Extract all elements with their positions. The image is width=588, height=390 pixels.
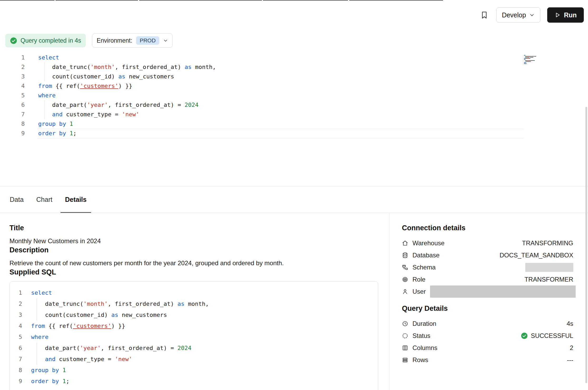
code-line: 1select xyxy=(10,287,378,298)
row-value: --- xyxy=(567,356,573,364)
vertical-scrollbar[interactable] xyxy=(585,107,587,383)
user-icon xyxy=(402,288,408,295)
row-label: Role xyxy=(412,276,425,283)
description-heading: Description xyxy=(9,246,389,254)
row-value: TRANSFORMER xyxy=(525,276,573,283)
code-line: 7 and customer_type = 'new' xyxy=(0,110,588,119)
code-line: 8group by 1 xyxy=(0,119,588,129)
code-text: order by 1; xyxy=(22,376,69,387)
indent-guide xyxy=(37,298,37,321)
line-number: 6 xyxy=(0,100,25,110)
supplied-sql-heading: Supplied SQL xyxy=(9,268,389,277)
environment-value-badge: PROD xyxy=(136,36,160,45)
row-value: TRANSFORMING xyxy=(522,239,573,247)
code-line: 6 date_part('year', first_ordered_at) = … xyxy=(0,100,588,110)
line-number: 6 xyxy=(10,343,22,354)
code-line: 4from {{ ref('customers') }} xyxy=(0,81,588,91)
indent-guide xyxy=(44,100,44,119)
connection-rows: WarehouseTRANSFORMINGDatabaseDOCS_TEAM_S… xyxy=(402,237,573,298)
sql-editor[interactable]: 1select2 date_trunc('month', first_order… xyxy=(0,53,588,186)
environment-selector[interactable]: Environment: PROD xyxy=(92,33,173,48)
editor-code: 1select2 date_trunc('month', first_order… xyxy=(0,53,588,138)
query-details-heading: Query Details xyxy=(402,304,573,313)
detail-row-status: StatusSUCCESSFUL xyxy=(402,330,573,342)
indent-guide xyxy=(44,62,44,81)
code-text: date_part('year', first_ordered_at) = 20… xyxy=(22,343,191,354)
line-number: 5 xyxy=(0,91,25,100)
tab-details[interactable]: Details xyxy=(61,186,91,213)
redacted-value xyxy=(525,263,573,272)
detail-row-database: DatabaseDOCS_TEAM_SANDBOX xyxy=(402,249,573,261)
check-circle-icon xyxy=(10,37,17,44)
row-label: User xyxy=(412,288,426,295)
description-value: Retrieve the count of new customers per … xyxy=(9,259,389,268)
line-number: 3 xyxy=(0,72,25,81)
detail-row-schema: Schema xyxy=(402,261,573,273)
bookmark-button[interactable] xyxy=(479,10,490,20)
line-number: 7 xyxy=(0,110,25,119)
chevron-down-icon xyxy=(529,12,535,18)
code-line: 7 and customer_type = 'new' xyxy=(10,354,378,365)
detail-row-warehouse: WarehouseTRANSFORMING xyxy=(402,237,573,249)
row-label: Rows xyxy=(412,356,428,364)
duration-icon xyxy=(402,321,408,327)
code-text: from {{ ref('customers') }} xyxy=(25,81,132,91)
run-button[interactable]: Run xyxy=(547,7,584,23)
code-text: count(customer_id) as new_customers xyxy=(22,309,167,321)
details-right-panel: Connection details WarehouseTRANSFORMING… xyxy=(389,213,588,390)
tab-chart[interactable]: Chart xyxy=(32,186,57,213)
row-value: 4s xyxy=(567,320,573,327)
database-icon xyxy=(402,252,408,258)
row-value: DOCS_TEAM_SANDBOX xyxy=(500,252,573,259)
details-left-column: Title Monthly New Customers in 2024 Desc… xyxy=(0,213,389,390)
code-line: 4from {{ ref('customers') }} xyxy=(10,321,378,332)
code-line: 2 date_trunc('month', first_ordered_at) … xyxy=(10,298,378,309)
tab-data[interactable]: Data xyxy=(5,186,28,213)
details-content: Title Monthly New Customers in 2024 Desc… xyxy=(0,213,588,390)
code-line: 9order by 1; xyxy=(0,129,588,138)
row-label: Warehouse xyxy=(412,239,445,247)
run-button-label: Run xyxy=(564,11,577,19)
check-circle-icon xyxy=(521,332,528,339)
query-detail-rows: Duration4sStatusSUCCESSFULColumns2Rows--… xyxy=(402,318,573,366)
code-line: 5where xyxy=(0,91,588,100)
toolbar: Develop Run xyxy=(0,0,588,29)
editor-minimap[interactable] xyxy=(524,55,551,64)
code-line: 3 count(customer_id) as new_customers xyxy=(10,309,378,321)
code-text: select xyxy=(22,287,52,298)
code-line: 6 date_part('year', first_ordered_at) = … xyxy=(10,343,378,354)
code-text: from {{ ref('customers') }} xyxy=(22,321,125,332)
bookmark-icon xyxy=(480,11,489,19)
query-status-badge: Query completed in 4s xyxy=(5,34,86,47)
detail-row-columns: Columns2 xyxy=(402,342,573,354)
code-text: and customer_type = 'new' xyxy=(25,110,139,119)
redacted-value xyxy=(430,286,576,298)
supplied-sql-code: 1select2 date_trunc('month', first_order… xyxy=(10,287,378,387)
line-number: 8 xyxy=(0,119,25,129)
code-line: 9order by 1; xyxy=(10,376,378,387)
code-text: group by 1 xyxy=(22,365,66,376)
detail-row-duration: Duration4s xyxy=(402,318,573,330)
row-value xyxy=(430,286,576,298)
row-value xyxy=(525,263,573,272)
detail-row-user: User xyxy=(402,286,573,298)
develop-button[interactable]: Develop xyxy=(496,7,541,23)
schema-icon xyxy=(402,264,408,271)
detail-row-role: RoleTRANSFORMER xyxy=(402,273,573,286)
code-text: order by 1; xyxy=(25,129,77,138)
connection-details-heading: Connection details xyxy=(402,223,573,232)
row-label: Schema xyxy=(412,264,436,271)
row-label: Duration xyxy=(412,320,436,327)
code-line: 3 count(customer_id) as new_customers xyxy=(0,72,588,81)
code-text: where xyxy=(22,332,48,343)
top-edge-fragments xyxy=(0,0,588,1)
role-icon xyxy=(402,276,408,283)
code-line: 1select xyxy=(0,53,588,62)
line-number: 2 xyxy=(10,298,22,309)
query-editor-page: Develop Run Query completed in 4s En xyxy=(0,0,588,390)
columns-icon xyxy=(402,345,408,351)
line-number: 8 xyxy=(10,365,22,376)
line-number: 9 xyxy=(10,376,22,387)
line-number: 2 xyxy=(0,62,25,72)
play-icon xyxy=(554,12,561,18)
